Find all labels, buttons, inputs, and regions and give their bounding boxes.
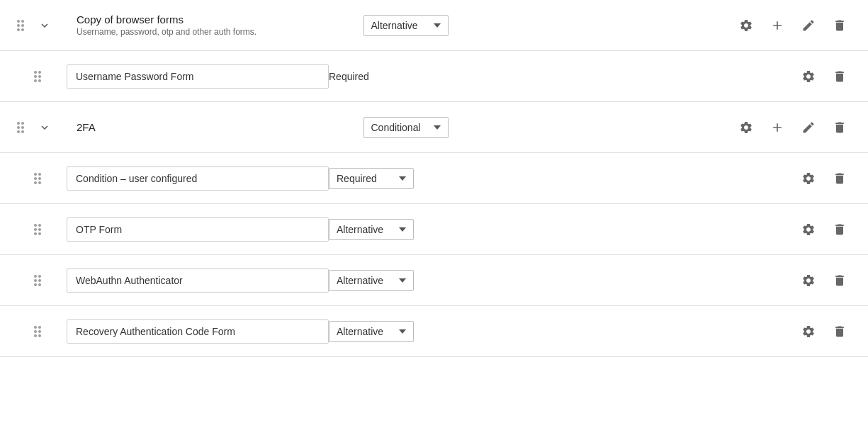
drag-handle[interactable]	[17, 20, 24, 31]
dropdown-arrow-icon	[434, 125, 441, 130]
dropdown-arrow-icon	[434, 23, 441, 28]
name-input-otp-form[interactable]	[67, 217, 329, 242]
drag-dot	[34, 279, 37, 282]
drag-dot	[17, 20, 20, 23]
row-browser-forms: Copy of browser forms Username, password…	[0, 0, 868, 51]
dropdown-browser-forms[interactable]: Alternative	[363, 15, 449, 36]
drag-dot	[34, 75, 37, 78]
row-left-webauthn	[34, 275, 50, 286]
dropdown-recovery-auth[interactable]: Alternative	[329, 321, 414, 342]
row-username-password: Required	[0, 51, 868, 102]
dropdown-label: Conditional	[371, 122, 428, 133]
gear-icon-button[interactable]	[797, 218, 820, 241]
action-buttons-condition	[797, 167, 851, 190]
action-buttons-recovery-auth	[797, 320, 851, 343]
drag-handle[interactable]	[34, 326, 41, 337]
row-heading: 2FA	[77, 121, 363, 133]
drag-dot	[38, 283, 41, 286]
dropdown-label: Alternative	[337, 224, 393, 235]
drag-dot	[38, 275, 41, 278]
action-buttons-2fa	[735, 116, 851, 139]
drag-dot	[38, 232, 41, 235]
drag-dot	[17, 28, 20, 31]
name-input-username-password[interactable]	[67, 64, 329, 89]
row-title-2fa: 2FA	[77, 121, 363, 133]
drag-dot	[34, 181, 37, 184]
row-recovery-auth: Alternative	[0, 306, 868, 357]
pencil-icon-button[interactable]	[797, 14, 820, 37]
trash-icon-button[interactable]	[828, 116, 851, 139]
chevron-button[interactable]	[35, 118, 54, 137]
row-left-otp-form	[34, 224, 50, 235]
gear-icon-button[interactable]	[797, 269, 820, 292]
drag-dot	[34, 71, 37, 74]
trash-icon-button[interactable]	[828, 65, 851, 88]
drag-dot	[34, 173, 37, 176]
trash-icon-button[interactable]	[828, 320, 851, 343]
drag-dot	[38, 279, 41, 282]
row-title-browser-forms: Copy of browser forms Username, password…	[77, 13, 363, 37]
drag-dot	[34, 224, 37, 227]
trash-icon-button[interactable]	[828, 14, 851, 37]
drag-dot	[34, 232, 37, 235]
dropdown-condition[interactable]: Required	[329, 168, 414, 189]
row-webauthn: Alternative	[0, 255, 868, 306]
dropdown-label: Alternative	[337, 326, 393, 337]
dropdown-label: Alternative	[337, 275, 393, 286]
dropdown-otp-form[interactable]: Alternative	[329, 219, 414, 240]
pencil-icon-button[interactable]	[797, 116, 820, 139]
drag-handle[interactable]	[34, 275, 41, 286]
chevron-button[interactable]	[35, 16, 54, 35]
dropdown-webauthn[interactable]: Alternative	[329, 270, 414, 291]
drag-handle[interactable]	[34, 224, 41, 235]
drag-dot	[17, 130, 20, 133]
gear-icon-button[interactable]	[797, 320, 820, 343]
action-buttons-webauthn	[797, 269, 851, 292]
drag-dot	[34, 79, 37, 82]
plus-icon-button[interactable]	[766, 14, 789, 37]
gear-icon-button[interactable]	[797, 167, 820, 190]
row-left-recovery-auth	[34, 326, 50, 337]
drag-dot	[21, 24, 24, 27]
name-input-condition[interactable]	[67, 166, 329, 191]
drag-dot	[38, 326, 41, 329]
drag-dot	[21, 20, 24, 23]
row-left-username-password	[34, 71, 50, 82]
dropdown-arrow-icon	[399, 329, 406, 334]
gear-icon-button[interactable]	[735, 14, 757, 37]
name-input-recovery-auth[interactable]	[67, 319, 329, 344]
drag-dot	[21, 130, 24, 133]
drag-dot	[38, 177, 41, 180]
dropdown-arrow-icon	[399, 227, 406, 232]
trash-icon-button[interactable]	[828, 269, 851, 292]
dropdown-2fa[interactable]: Conditional	[363, 117, 449, 138]
row-subtitle: Username, password, otp and other auth f…	[77, 27, 363, 37]
plus-icon-button[interactable]	[766, 116, 789, 139]
trash-icon-button[interactable]	[828, 218, 851, 241]
row-left-condition	[34, 173, 50, 184]
action-buttons-browser-forms	[735, 14, 851, 37]
dropdown-arrow-icon	[399, 278, 406, 283]
name-input-webauthn[interactable]	[67, 268, 329, 293]
drag-handle[interactable]	[34, 71, 41, 82]
row-condition: Required	[0, 153, 868, 204]
drag-dot	[38, 173, 41, 176]
gear-icon-button[interactable]	[735, 116, 757, 139]
drag-dot	[21, 122, 24, 125]
row-2fa: 2FA Conditional	[0, 102, 868, 153]
gear-icon-button[interactable]	[797, 65, 820, 88]
row-left-2fa	[17, 118, 60, 137]
dropdown-label: Alternative	[371, 20, 428, 31]
drag-dot	[34, 275, 37, 278]
drag-dot	[17, 122, 20, 125]
action-buttons-otp-form	[797, 218, 851, 241]
drag-dot	[21, 126, 24, 129]
drag-handle[interactable]	[17, 122, 24, 133]
action-buttons-username-password	[797, 65, 851, 88]
drag-dot	[38, 224, 41, 227]
drag-dot	[34, 228, 37, 231]
trash-icon-button[interactable]	[828, 167, 851, 190]
drag-handle[interactable]	[34, 173, 41, 184]
drag-dot	[38, 71, 41, 74]
drag-dot	[38, 334, 41, 337]
